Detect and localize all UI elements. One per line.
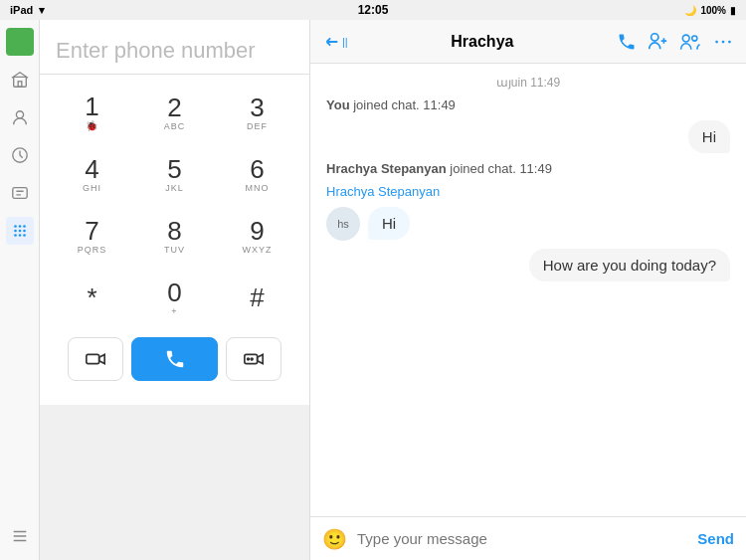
msg-how-are-you: How are you doing today? (529, 249, 730, 281)
right-panel: || Hrachya (310, 20, 746, 560)
emoji-icon[interactable]: 🙂 (322, 527, 347, 551)
phone-input-area: Enter phone number (40, 20, 309, 75)
add-contact-icon[interactable] (647, 31, 668, 53)
chat-back-button[interactable]: || (322, 33, 348, 51)
svg-point-10 (18, 230, 21, 233)
dial-key-hash[interactable]: # (217, 268, 297, 327)
svg-point-19 (652, 33, 658, 40)
phone-input-placeholder[interactable]: Enter phone number (56, 38, 293, 64)
dial-key-8[interactable]: 8 TUV (134, 206, 215, 266)
hrachya-link[interactable]: Hrachya Stepanyan (326, 184, 730, 199)
sidebar-icon-active[interactable] (6, 28, 34, 56)
status-bar: iPad ▾ 12:05 🌙 100% ▮ (0, 0, 746, 20)
send-button[interactable]: Send (697, 530, 734, 547)
dial-key-1[interactable]: 1 🐞 (52, 83, 132, 142)
sidebar-icon-home[interactable] (6, 66, 34, 93)
dial-key-0[interactable]: 0 + (134, 268, 215, 327)
call-button[interactable] (131, 337, 218, 381)
clock: 12:05 (358, 3, 389, 17)
group-icon[interactable] (678, 31, 702, 53)
svg-point-20 (682, 35, 689, 42)
msg-how-container: How are you doing today? (326, 249, 730, 281)
chat-header: || Hrachya (310, 20, 746, 64)
svg-point-21 (692, 36, 697, 41)
svg-point-9 (14, 230, 17, 233)
call-action-icon[interactable] (617, 32, 637, 52)
dial-key-4[interactable]: 4 GHI (52, 144, 132, 204)
video-call-button[interactable] (68, 337, 123, 381)
wifi-icon: ▾ (39, 4, 45, 17)
svg-point-17 (248, 358, 250, 360)
svg-point-23 (722, 40, 725, 43)
battery-label: 100% (700, 5, 726, 16)
avatar-hs: hs (326, 207, 360, 241)
chat-actions (617, 31, 734, 53)
dial-key-2[interactable]: 2 ABC (134, 83, 215, 142)
svg-point-13 (18, 234, 21, 237)
sidebar-icon-messages[interactable] (6, 179, 34, 207)
dial-key-6[interactable]: 6 MNO (217, 144, 297, 204)
more-icon[interactable] (712, 31, 734, 53)
dial-key-9[interactable]: 9 WXYZ (217, 206, 297, 266)
svg-rect-2 (18, 82, 22, 87)
left-panel: Enter phone number 1 🐞 2 ABC 3 DEF (40, 20, 310, 560)
moon-icon: 🌙 (684, 5, 696, 16)
msg-hi-left: Hi (368, 207, 410, 240)
msg-hi-right-container: Hi (326, 120, 730, 153)
dial-key-7[interactable]: 7 PQRS (52, 206, 132, 266)
sidebar-bottom (6, 522, 34, 550)
msg-row-hi-left: hs Hi (326, 207, 730, 241)
hrachya-joined-msg: Hrachya Stepanyan joined chat. 11:49 (326, 161, 730, 176)
chat-input-area: 🙂 Send (310, 516, 746, 560)
svg-point-22 (715, 40, 718, 43)
svg-point-7 (18, 225, 21, 228)
sidebar-icon-contacts[interactable] (6, 103, 34, 131)
armenian-time: այuin 11:49 (326, 76, 730, 90)
dialpad: 1 🐞 2 ABC 3 DEF 4 GHI (40, 75, 309, 405)
sidebar-icon-recents[interactable] (6, 141, 34, 169)
dial-key-star[interactable]: * (52, 268, 132, 327)
svg-point-12 (14, 234, 17, 237)
svg-rect-5 (12, 188, 26, 199)
menu-icon[interactable] (6, 522, 34, 550)
svg-point-24 (728, 40, 731, 43)
svg-point-8 (23, 225, 26, 228)
svg-point-6 (14, 225, 17, 228)
dialpad-grid: 1 🐞 2 ABC 3 DEF 4 GHI (52, 83, 297, 327)
svg-rect-15 (87, 354, 99, 363)
back-indicator: || (342, 36, 348, 48)
svg-point-11 (23, 230, 26, 233)
chat-messages: You joined chat. 11:49 այuin 11:49 You j… (310, 64, 746, 516)
chat-input[interactable] (357, 530, 687, 547)
dial-key-3[interactable]: 3 DEF (217, 83, 297, 142)
svg-point-3 (16, 111, 23, 118)
left-bottom-area (40, 405, 309, 560)
main-container: Enter phone number 1 🐞 2 ABC 3 DEF (0, 20, 746, 560)
chat-title: Hrachya (356, 33, 609, 51)
more-options-button[interactable] (226, 337, 281, 381)
sidebar (0, 20, 40, 560)
svg-point-18 (251, 358, 253, 360)
ipad-label: iPad (10, 4, 33, 16)
battery-icon: ▮ (730, 5, 736, 16)
you-joined-msg: You joined chat. 11:49 (326, 97, 730, 112)
action-buttons (52, 327, 297, 397)
svg-rect-0 (11, 33, 29, 51)
dial-key-5[interactable]: 5 JKL (134, 144, 215, 204)
sidebar-icon-dialpad[interactable] (6, 217, 34, 245)
svg-point-14 (23, 234, 26, 237)
msg-hi-right: Hi (688, 120, 730, 153)
